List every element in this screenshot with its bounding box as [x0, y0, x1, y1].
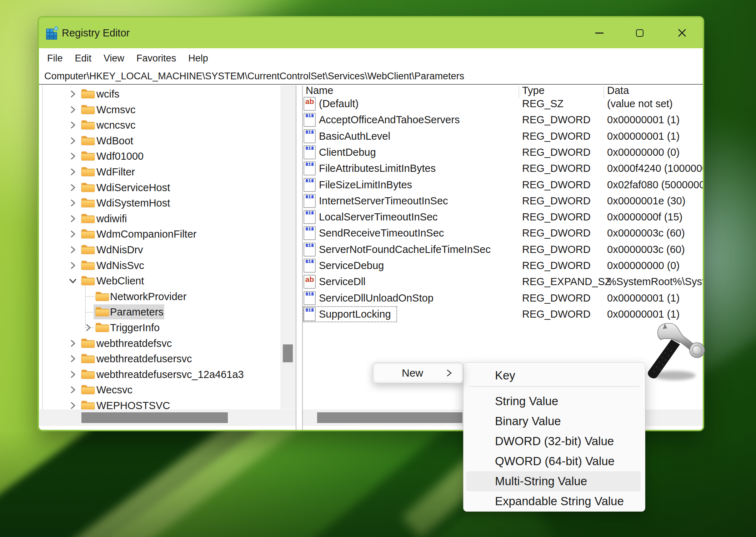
submenu-item-expandable-string-value[interactable]: Expandable String Value — [466, 491, 641, 511]
value-row-BasicAuthLevel[interactable]: 011110BasicAuthLevelREG_DWORD0x00000001 … — [303, 128, 703, 144]
chevron-right-icon[interactable] — [69, 402, 77, 409]
panel-divider[interactable] — [296, 85, 303, 430]
column-header-data[interactable]: Data — [607, 85, 629, 96]
close-button[interactable] — [670, 23, 694, 43]
tree-item-NetworkProvider[interactable]: NetworkProvider — [39, 289, 280, 304]
tree-item-label: NetworkProvider — [110, 289, 186, 304]
tree-item-label: WdNisDrv — [96, 242, 143, 258]
list-header: Name Type Data — [303, 86, 703, 95]
chevron-right-icon[interactable] — [69, 371, 77, 378]
menu-bar: FileEditViewFavoritesHelp — [39, 48, 703, 68]
chevron-right-icon[interactable] — [69, 355, 77, 363]
tree-item-Parameters[interactable]: Parameters — [39, 304, 280, 320]
submenu-item-string-value[interactable]: String Value — [466, 391, 641, 411]
chevron-right-icon[interactable] — [69, 90, 77, 98]
value-type: REG_DWORD — [522, 128, 591, 144]
menu-view[interactable]: View — [97, 50, 130, 66]
maximize-button[interactable] — [628, 23, 651, 43]
folder-icon — [81, 166, 95, 177]
tree-item-WdmCompanionFilter[interactable]: WdmCompanionFilter — [39, 226, 280, 242]
value-row-Default[interactable]: ab(Default)REG_SZ(value not set) — [303, 96, 703, 112]
tree-vertical-scroll-thumb[interactable] — [283, 344, 293, 362]
submenu-item-binary-value[interactable]: Binary Value — [466, 411, 641, 431]
submenu-item-key[interactable]: Key — [466, 366, 641, 386]
submenu-separator — [469, 386, 640, 387]
menu-edit[interactable]: Edit — [69, 50, 98, 66]
chevron-right-icon[interactable] — [69, 215, 77, 223]
value-row-ServiceDll[interactable]: abServiceDllREG_EXPAND_SZ%SystemRoot%\Sy… — [303, 274, 703, 290]
value-row-FileAttributesLimitInBytes[interactable]: 011110FileAttributesLimitInBytesREG_DWOR… — [303, 160, 703, 176]
menu-favorites[interactable]: Favorites — [130, 50, 182, 66]
tree-item-TriggerInfo[interactable]: TriggerInfo — [39, 320, 280, 335]
window-title: Registry Editor — [62, 18, 130, 48]
value-row-InternetServerTimeoutInSec[interactable]: 011110InternetServerTimeoutInSecREG_DWOR… — [303, 193, 703, 209]
tree-vertical-scrollbar[interactable] — [280, 85, 296, 409]
tree-item-Wcmsvc[interactable]: Wcmsvc — [39, 102, 280, 118]
value-data: 0x00000001 (1) — [607, 306, 680, 322]
tree-item-webthreatdefusersvc_12a461a3[interactable]: webthreatdefusersvc_12a461a3 — [39, 367, 280, 382]
tree-item-WdBoot[interactable]: WdBoot — [39, 133, 280, 149]
value-row-LocalServerTimeoutInSec[interactable]: 011110LocalServerTimeoutInSecREG_DWORD0x… — [303, 209, 703, 225]
value-name: InternetServerTimeoutInSec — [319, 193, 448, 209]
chevron-right-icon[interactable] — [69, 230, 77, 238]
chevron-right-icon[interactable] — [69, 184, 77, 192]
value-name: (Default) — [319, 96, 359, 112]
chevron-right-icon[interactable] — [69, 386, 77, 394]
value-row-SupportLocking[interactable]: 011110SupportLockingREG_DWORD0x00000001 … — [303, 306, 703, 322]
value-name: ClientDebug — [319, 144, 376, 160]
tree-item-webthreatdefsvc[interactable]: webthreatdefsvc — [39, 335, 280, 351]
tree-item-label: TriggerInfo — [110, 320, 160, 335]
chevron-right-icon[interactable] — [69, 262, 77, 269]
column-header-type[interactable]: Type — [522, 85, 545, 96]
value-row-ClientDebug[interactable]: 011110ClientDebugREG_DWORD0x00000000 (0) — [303, 144, 703, 160]
submenu-item-qword-64-bit-value[interactable]: QWORD (64-bit) Value — [466, 451, 641, 471]
tree-horizontal-scroll-thumb[interactable] — [81, 412, 228, 423]
tree-item-WdiServiceHost[interactable]: WdiServiceHost — [39, 180, 280, 195]
value-row-SendReceiveTimeoutInSec[interactable]: 011110SendReceiveTimeoutInSecREG_DWORD0x… — [303, 225, 703, 241]
chevron-right-icon[interactable] — [69, 152, 77, 160]
value-row-FileSizeLimitInBytes[interactable]: 011110FileSizeLimitInBytesREG_DWORD0x02f… — [303, 177, 703, 193]
value-row-ServiceDllUnloadOnStop[interactable]: 011110ServiceDllUnloadOnStopREG_DWORD0x0… — [303, 290, 703, 306]
list-horizontal-scroll-thumb[interactable] — [317, 412, 462, 423]
value-row-ServiceDebug[interactable]: 011110ServiceDebugREG_DWORD0x00000000 (0… — [303, 258, 703, 274]
tree-item-WdNisSvc[interactable]: WdNisSvc — [39, 258, 280, 273]
column-header-name[interactable]: Name — [306, 85, 333, 96]
tree-item-webthreatdefusersvc[interactable]: webthreatdefusersvc — [39, 351, 280, 367]
tree-item-Wdf01000[interactable]: Wdf01000 — [39, 148, 280, 164]
value-data: 0x0000003c (60) — [607, 225, 685, 241]
value-row-AcceptOfficeAndTahoeServers[interactable]: 011110AcceptOfficeAndTahoeServersREG_DWO… — [303, 112, 703, 128]
chevron-right-icon[interactable] — [69, 168, 77, 176]
tree-item-WdFilter[interactable]: WdFilter — [39, 164, 280, 180]
address-bar[interactable]: Computer\HKEY_LOCAL_MACHINE\SYSTEM\Curre… — [39, 68, 703, 85]
tree-item-WdiSystemHost[interactable]: WdiSystemHost — [39, 195, 280, 211]
chevron-right-icon[interactable] — [69, 106, 77, 114]
chevron-right-icon[interactable] — [84, 324, 92, 332]
value-name: SupportLocking — [319, 306, 391, 322]
folder-icon — [95, 290, 109, 302]
chevron-right-icon[interactable] — [69, 199, 77, 207]
tree-horizontal-scrollbar[interactable] — [39, 409, 296, 426]
menu-help[interactable]: Help — [182, 50, 214, 66]
tree-item-WebClient[interactable]: WebClient — [39, 273, 280, 289]
tree-item-Wecsvc[interactable]: Wecsvc — [39, 382, 280, 398]
chevron-down-icon[interactable] — [69, 277, 77, 285]
tree-item-wcifs[interactable]: wcifs — [39, 86, 280, 102]
value-row-ServerNotFoundCacheLifeTimeInSec[interactable]: 011110ServerNotFoundCacheLifeTimeInSecRE… — [303, 242, 703, 258]
tree-item-wdiwifi[interactable]: wdiwifi — [39, 211, 280, 227]
tree-item-wcncsvc[interactable]: wcncsvc — [39, 117, 280, 133]
submenu-item-dword-32-bit-value[interactable]: DWORD (32-bit) Value — [466, 431, 641, 451]
folder-icon — [81, 135, 95, 146]
chevron-right-icon[interactable] — [69, 246, 77, 254]
value-type: REG_SZ — [522, 96, 564, 112]
chevron-right-icon[interactable] — [69, 339, 77, 347]
dword-value-icon: 011110 — [304, 113, 316, 127]
chevron-right-icon[interactable] — [69, 137, 77, 145]
chevron-right-icon[interactable] — [69, 121, 77, 129]
submenu-item-multi-string-value[interactable]: Multi-String Value — [466, 471, 641, 491]
tree-item-WdNisDrv[interactable]: WdNisDrv — [39, 242, 280, 258]
menu-file[interactable]: File — [41, 50, 69, 66]
value-name: BasicAuthLevel — [319, 128, 390, 144]
dword-value-icon: 011110 — [304, 307, 316, 321]
minimize-button[interactable] — [587, 23, 611, 43]
context-menu-item-new[interactable]: New — [375, 364, 461, 381]
